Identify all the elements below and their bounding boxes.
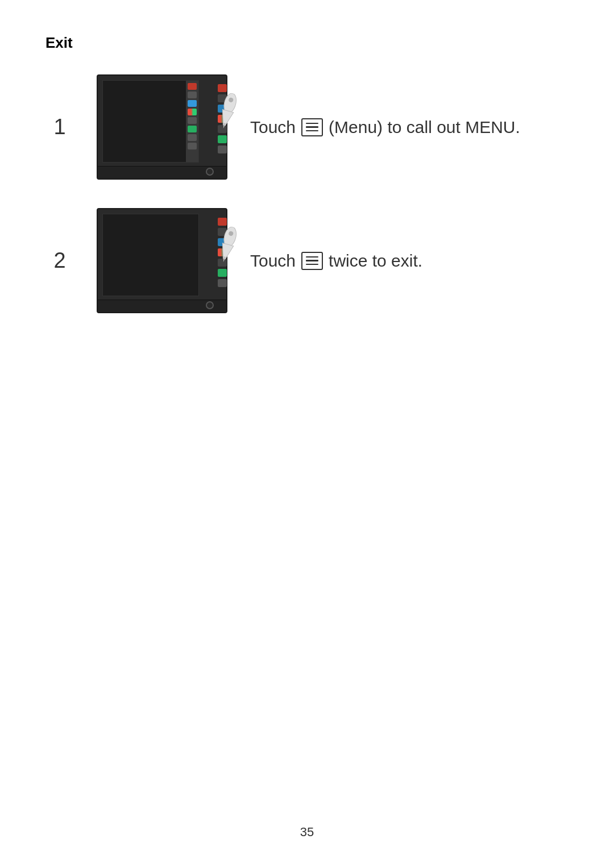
step-1-menu-lines [306, 123, 318, 132]
menu-panel-1 [186, 81, 198, 162]
step-1-row: 1 [45, 74, 569, 180]
menu-dot-2 [188, 92, 197, 98]
stylus-svg-2 [208, 223, 248, 267]
side-btn-2-6 [218, 269, 227, 277]
menu-line-2-2 [306, 260, 318, 261]
menu-dot-8 [188, 143, 197, 149]
side-btn-1-6 [218, 135, 227, 143]
menu-line-1-3 [306, 130, 318, 132]
step-1-device-image [97, 74, 227, 180]
menu-dot-4 [188, 109, 197, 115]
step-1-touch-text: Touch [250, 115, 296, 139]
steps-container: 1 [45, 74, 569, 313]
stylus-2 [212, 226, 243, 263]
page-number: 35 [300, 825, 314, 840]
stylus-1 [212, 93, 243, 130]
step-1-menu-icon [301, 118, 323, 136]
menu-dot-6 [188, 126, 197, 132]
step-2-row: 2 [45, 208, 569, 313]
svg-marker-5 [219, 243, 234, 260]
power-button-1 [206, 168, 214, 176]
step-2-description: Touch twice to exit. [250, 249, 422, 273]
stylus-svg-1 [208, 89, 248, 133]
menu-line-1-1 [306, 123, 318, 124]
monitor-1-bottom [98, 166, 226, 178]
menu-dot-3 [188, 100, 197, 107]
menu-line-2-1 [306, 256, 318, 258]
step-2-menu-lines [306, 256, 318, 265]
monitor-1 [97, 74, 227, 180]
menu-dot-5 [188, 117, 197, 124]
step-2-touch-text: Touch [250, 249, 296, 273]
step-2-menu-icon [301, 252, 323, 270]
step-1-after-text: (Menu) to call out MENU. [329, 115, 520, 139]
menu-line-2-3 [306, 264, 318, 265]
monitor-1-screen [102, 80, 199, 163]
side-btn-2-7 [218, 279, 227, 287]
power-button-2 [206, 301, 214, 309]
svg-marker-1 [219, 110, 234, 127]
step-1-description: Touch (Menu) to call out MENU. [250, 115, 520, 139]
monitor-2-screen [102, 214, 199, 296]
monitor-2 [97, 208, 227, 313]
side-btn-1-7 [218, 146, 227, 153]
menu-dot-7 [188, 134, 197, 141]
exit-title: Exit [45, 34, 569, 52]
step-2-after-text: twice to exit. [329, 249, 422, 273]
monitor-2-bottom [98, 300, 226, 312]
step-1-number: 1 [45, 115, 74, 139]
menu-line-1-2 [306, 126, 318, 128]
menu-dot-1 [188, 83, 197, 90]
step-2-number: 2 [45, 248, 74, 273]
page-container: Exit 1 [0, 0, 614, 868]
step-2-device-image [97, 208, 227, 313]
